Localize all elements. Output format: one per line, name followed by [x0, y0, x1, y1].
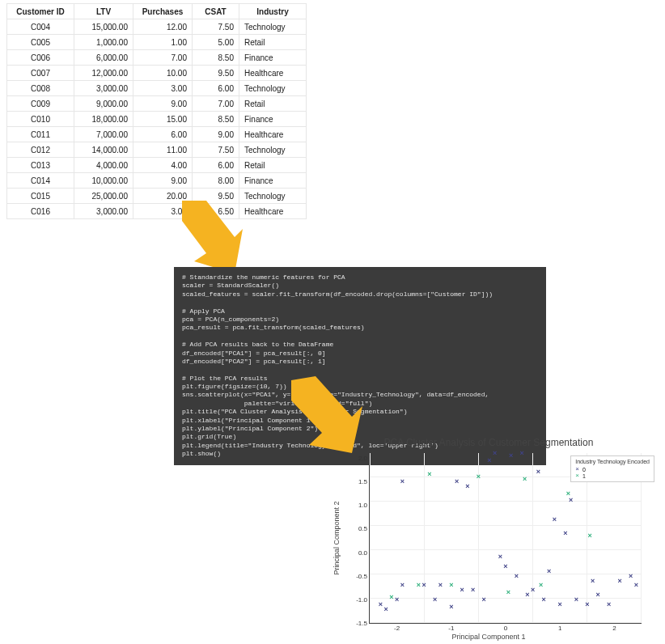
cell-customer-id: C009: [7, 96, 74, 112]
cell-purchases: 15.00: [133, 112, 193, 127]
data-point-icon: ×: [455, 478, 459, 485]
y-tick-label: 1.5: [345, 478, 370, 485]
cell-csat: 9.00: [193, 127, 239, 142]
cell-industry: Technology: [239, 19, 307, 35]
cell-industry: Finance: [239, 112, 307, 127]
table-header-row: Customer ID LTV Purchases CSAT Industry: [7, 4, 307, 19]
data-point-icon: ×: [498, 553, 502, 561]
data-point-icon: ×: [503, 563, 507, 570]
data-point-icon: ×: [591, 577, 595, 584]
cell-purchases: 3.00: [133, 204, 193, 219]
cell-industry: Healthcare: [239, 66, 307, 81]
legend-label: 1: [582, 473, 586, 479]
cell-purchases: 1.00: [133, 35, 193, 50]
data-point-icon: ×: [569, 497, 573, 504]
cell-customer-id: C006: [7, 50, 74, 66]
cell-purchases: 20.00: [133, 189, 193, 204]
cell-industry: Healthcare: [239, 127, 307, 142]
pca-chart: PCA Cluster Analysis of Customer Segment…: [320, 437, 657, 639]
data-point-icon: ×: [531, 587, 535, 594]
cell-purchases: 11.00: [133, 142, 193, 158]
data-point-icon: ×: [487, 456, 491, 464]
cell-csat: 6.00: [193, 81, 239, 96]
table-row: C0117,000.006.009.00Healthcare: [7, 127, 307, 142]
y-tick-label: -1.0: [345, 595, 370, 603]
y-tick-label: 2.0: [345, 454, 370, 461]
col-header-csat: CSAT: [193, 4, 239, 19]
cell-csat: 7.50: [193, 19, 239, 35]
data-point-icon: ×: [523, 476, 527, 483]
legend-title: Industry Technology Encoded: [575, 459, 650, 464]
cell-ltv: 12,000.00: [74, 66, 133, 81]
data-point-icon: ×: [525, 591, 529, 599]
cell-customer-id: C007: [7, 66, 74, 81]
table-row: C01525,000.0020.009.50Technology: [7, 189, 307, 204]
data-point-icon: ×: [477, 473, 481, 481]
col-header-industry: Industry: [239, 4, 307, 19]
cell-csat: 8.50: [193, 50, 239, 66]
col-header-purchases: Purchases: [133, 4, 193, 19]
cell-industry: Technology: [239, 81, 307, 96]
data-point-icon: ×: [422, 582, 426, 589]
cell-purchases: 10.00: [133, 66, 193, 81]
data-point-icon: ×: [509, 451, 513, 459]
table-row: C0163,000.003.006.50Healthcare: [7, 204, 307, 219]
table-row: C0083,000.003.006.00Technology: [7, 81, 307, 96]
diagram-page: Customer ID LTV Purchases CSAT Industry …: [0, 0, 665, 644]
cell-purchases: 9.00: [133, 96, 193, 112]
cell-ltv: 10,000.00: [74, 173, 133, 189]
legend-entry-0: × 0: [575, 466, 650, 472]
cell-ltv: 3,000.00: [74, 81, 133, 96]
x-tick-label: 2: [604, 623, 624, 632]
cell-industry: Finance: [239, 50, 307, 66]
data-point-icon: ×: [481, 595, 485, 603]
cell-csat: 7.00: [193, 96, 239, 112]
data-point-icon: ×: [553, 515, 557, 523]
data-point-icon: ×: [379, 600, 383, 608]
cell-industry: Technology: [239, 189, 307, 204]
cell-csat: 6.50: [193, 204, 239, 219]
cell-customer-id: C013: [7, 158, 74, 173]
data-point-icon: ×: [574, 595, 578, 603]
data-point-icon: ×: [417, 582, 421, 589]
data-point-icon: ×: [400, 582, 405, 589]
chart-title: PCA Cluster Analysis of Customer Segment…: [320, 437, 657, 448]
cell-purchases: 9.00: [133, 173, 193, 189]
data-point-icon: ×: [427, 471, 431, 478]
data-point-icon: ×: [438, 582, 443, 589]
data-point-icon: ×: [566, 489, 570, 497]
data-point-icon: ×: [471, 587, 475, 594]
cell-customer-id: C014: [7, 173, 74, 189]
cell-industry: Healthcare: [239, 204, 307, 219]
col-header-ltv: LTV: [74, 4, 133, 19]
data-point-icon: ×: [449, 582, 453, 589]
chart-ylabel: Principal Component 2: [332, 501, 341, 574]
legend-label: 0: [582, 467, 586, 472]
table-row: C01018,000.0015.008.50Finance: [7, 112, 307, 127]
x-tick-label: -2: [388, 623, 407, 632]
data-point-icon: ×: [465, 482, 469, 489]
cell-customer-id: C005: [7, 35, 74, 50]
x-tick-label: 0: [496, 623, 515, 632]
data-point-icon: ×: [536, 468, 540, 476]
x-tick-label: -1: [442, 623, 461, 632]
table-row: C0051,000.001.005.00Retail: [7, 35, 307, 50]
data-point-icon: ×: [389, 593, 393, 600]
cell-ltv: 1,000.00: [74, 35, 133, 50]
data-point-icon: ×: [515, 572, 519, 579]
legend-swatch-icon: ×: [575, 472, 579, 479]
customer-table: Customer ID LTV Purchases CSAT Industry …: [6, 3, 307, 219]
data-point-icon: ×: [460, 587, 464, 594]
table-row: C0134,000.004.006.00Retail: [7, 158, 307, 173]
table-row: C0099,000.009.007.00Retail: [7, 96, 307, 112]
data-point-icon: ×: [547, 567, 551, 574]
cell-csat: 5.00: [193, 35, 239, 50]
cell-ltv: 3,000.00: [74, 204, 133, 219]
data-point-icon: ×: [634, 582, 638, 589]
data-point-icon: ×: [596, 591, 600, 599]
data-point-icon: ×: [563, 530, 567, 537]
col-header-customer-id: Customer ID: [7, 4, 74, 19]
chart-xlabel: Principal Component 1: [320, 633, 657, 641]
table-row: C01214,000.0011.007.50Technology: [7, 142, 307, 158]
data-point-icon: ×: [629, 572, 633, 579]
